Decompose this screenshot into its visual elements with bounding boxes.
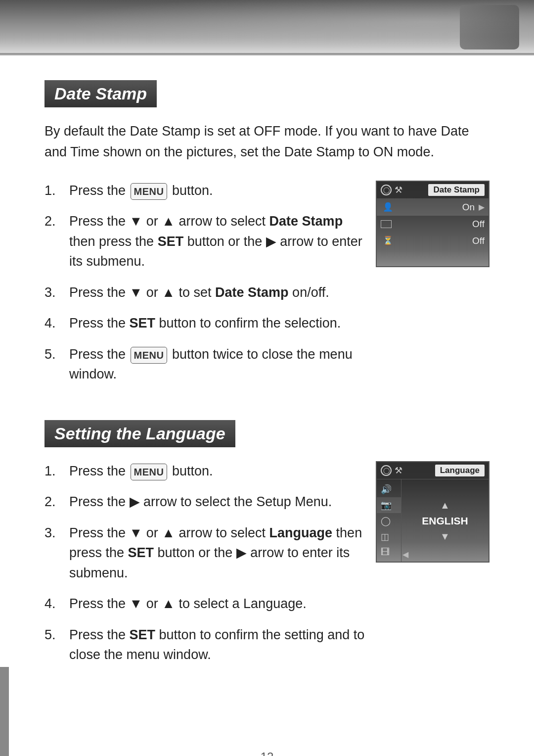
list-item: ◫ <box>377 529 401 545</box>
list-item: 📷 <box>377 497 401 513</box>
menu-tab-label: Date Stamp <box>428 184 485 196</box>
date-stamp-body: 1. Press the MENU button. 2. Press the ▼… <box>44 181 490 395</box>
language-heading: Setting the Language <box>44 420 235 447</box>
language-steps-list: 1. Press the MENU button. 2. Press the ▶… <box>44 461 366 665</box>
step-text: Press the ▼ or ▲ arrow to select Date St… <box>69 211 366 272</box>
language-section: Setting the Language 1. Press the MENU b… <box>44 420 490 676</box>
list-item: 4. Press the SET button to confirm the s… <box>44 313 366 333</box>
step-number: 4. <box>44 313 69 333</box>
menu-badge: MENU <box>131 464 168 480</box>
movie-icon <box>381 220 392 228</box>
page-content: Date Stamp By default the Date Stamp is … <box>0 55 534 730</box>
step-number: 3. <box>44 523 69 543</box>
camera-decoration <box>460 5 519 49</box>
step-text: Press the MENU button. <box>69 181 366 201</box>
language-value: ENGLISH <box>422 515 468 527</box>
list-item: 4. Press the ▼ or ▲ to select a Language… <box>44 594 366 614</box>
menu-row-value: Off <box>472 219 485 230</box>
menu-row-value: On <box>462 202 475 213</box>
list-item: 3. Press the ▼ or ▲ arrow to select Lang… <box>44 523 366 583</box>
language-body: 1. Press the MENU button. 2. Press the ▶… <box>44 461 490 676</box>
menu-tab-label: Language <box>435 465 485 476</box>
menu-header-left: ◯ ⚒ <box>381 185 402 195</box>
wrench-icon: ⚒ <box>395 185 402 195</box>
step-number: 4. <box>44 594 69 614</box>
lang-icons-col: 🔊 📷 ◯ ◫ 🎞 <box>377 479 401 563</box>
list-item: ◯ <box>377 513 401 529</box>
menu-row-value: Off <box>472 236 485 246</box>
step-text: Press the ▼ or ▲ to select a Language. <box>69 594 366 614</box>
list-item: 🔊 <box>377 481 401 497</box>
left-sidebar-decoration <box>0 667 9 756</box>
list-item: 3. Press the ▼ or ▲ to set Date Stamp on… <box>44 283 366 303</box>
date-stamp-section: Date Stamp By default the Date Stamp is … <box>44 80 490 395</box>
step-text: Press the SET button to confirm the sett… <box>69 625 366 665</box>
step-text: Press the ▶ arrow to select the Setup Me… <box>69 492 366 512</box>
language-menu-screenshot: ◯ ⚒ Language 🔊 📷 ◯ ◫ 🎞 <box>376 461 490 563</box>
step-number: 5. <box>44 344 69 365</box>
step-text: Press the MENU button twice to close the… <box>69 344 366 384</box>
step-number: 3. <box>44 283 69 303</box>
arrow-up-icon: ▲ <box>440 500 450 511</box>
step-text: Press the MENU button. <box>69 461 366 481</box>
list-item: 🎞 <box>377 545 401 560</box>
step-number: 1. <box>44 461 69 481</box>
list-item: 5. Press the MENU button twice to close … <box>44 344 366 384</box>
menu-row: Off <box>377 216 489 233</box>
header-gradient <box>0 0 534 54</box>
list-item: 2. Press the ▼ or ▲ arrow to select Date… <box>44 211 366 272</box>
menu-row: ⏳ Off <box>377 233 489 249</box>
list-item: 2. Press the ▶ arrow to select the Setup… <box>44 492 366 512</box>
arrow-right-icon: ▶ <box>479 202 485 212</box>
step-text: Press the SET button to confirm the sele… <box>69 313 366 333</box>
language-steps: 1. Press the MENU button. 2. Press the ▶… <box>44 461 376 676</box>
page-footer: -12- <box>0 750 534 756</box>
arrow-down-icon: ▼ <box>440 531 450 542</box>
menu-row: 👤 On ▶ <box>377 199 489 216</box>
step-text: Press the ▼ or ▲ arrow to select Languag… <box>69 523 366 583</box>
page-number: -12- <box>257 750 278 756</box>
menu-header: ◯ ⚒ Language <box>377 462 489 479</box>
step-number: 2. <box>44 492 69 512</box>
menu-badge: MENU <box>131 347 168 364</box>
step-number: 1. <box>44 181 69 201</box>
step-number: 5. <box>44 625 69 645</box>
date-stamp-intro: By default the Date Stamp is set at OFF … <box>44 121 490 163</box>
date-stamp-menu-screenshot: ◯ ⚒ Date Stamp 👤 On ▶ Off <box>376 181 490 267</box>
date-stamp-steps: 1. Press the MENU button. 2. Press the ▼… <box>44 181 376 395</box>
person-icon: 👤 <box>381 202 395 212</box>
camera-icon: ◯ <box>381 465 392 476</box>
menu-badge: MENU <box>131 183 168 200</box>
timer-icon: ⏳ <box>381 236 395 246</box>
menu-header-left: ◯ ⚒ <box>381 465 402 476</box>
date-stamp-heading: Date Stamp <box>44 80 157 107</box>
list-item: 1. Press the MENU button. <box>44 461 366 481</box>
list-item: 5. Press the SET button to confirm the s… <box>44 625 366 665</box>
lang-value-panel: ▲ ENGLISH ▼ <box>401 479 489 563</box>
menu-header: ◯ ⚒ Date Stamp <box>377 182 489 199</box>
left-arrow-icon: ◀ <box>402 550 408 559</box>
list-item: 1. Press the MENU button. <box>44 181 366 201</box>
wrench-icon: ⚒ <box>395 465 402 476</box>
step-number: 2. <box>44 211 69 232</box>
date-stamp-steps-list: 1. Press the MENU button. 2. Press the ▼… <box>44 181 366 384</box>
camera-icon: ◯ <box>381 185 392 195</box>
page-header <box>0 0 534 54</box>
step-text: Press the ▼ or ▲ to set Date Stamp on/of… <box>69 283 366 303</box>
